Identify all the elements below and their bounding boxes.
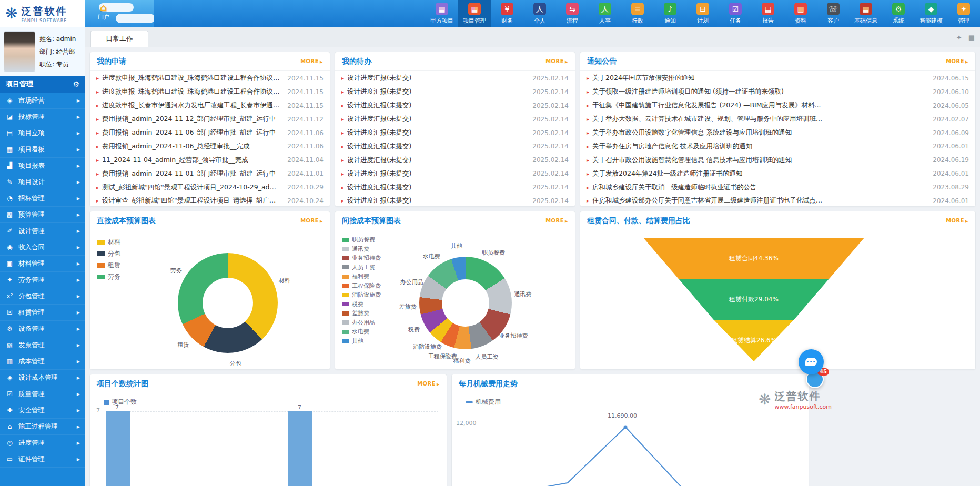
more-link[interactable]: MORE xyxy=(300,58,323,64)
item-text: 关于举办市政公用设施数字化管理信息 系统建设与应用培训班的通知 xyxy=(592,128,927,137)
funnel-segment[interactable]: 租赁付款29.04% xyxy=(643,279,864,320)
list-item[interactable]: ▸设计进度汇报(未提交)2025.02.14 xyxy=(341,139,569,153)
nav-item-1[interactable]: ▦甲方项目 xyxy=(426,0,458,27)
sidebar-item-12[interactable]: ✦劳务管理▶ xyxy=(0,272,85,288)
list-item[interactable]: ▸费用报销_admin_2024-11-12_部门经理审批_胡建_运行中2024… xyxy=(96,113,324,126)
nav-item-13[interactable]: ☏客户 xyxy=(817,0,850,27)
layers-icon: ≡ xyxy=(631,3,644,15)
layout-icon[interactable]: ▤ xyxy=(968,34,975,42)
list-item[interactable]: ▸设计审查_彭祖新城"四馆"景观工程设计项目_请选择_胡广生_2024-10-2… xyxy=(96,194,324,208)
list-item[interactable]: ▸设计进度汇报(未提交)2025.02.14 xyxy=(341,194,569,208)
nav-item-15[interactable]: ⚙系统 xyxy=(882,0,915,27)
sidebar-item-11[interactable]: ▣材料管理▶ xyxy=(0,256,85,272)
more-link[interactable]: MORE xyxy=(300,218,323,224)
nav-item-17[interactable]: ✦管理 xyxy=(947,0,980,27)
portal-tab[interactable]: ⌂ 门户 xyxy=(85,0,154,27)
list-item[interactable]: ▸11_2024-11-04_admin_经营部_领导审批__完成2024.11… xyxy=(96,153,324,167)
list-item[interactable]: ▸关于举办大数据、云计算技术在城市建设、规划、管理与服务中的应用培训班...20… xyxy=(587,113,969,126)
direct-cost-donut-chart[interactable]: 材料分包租赁劳务材料分包租赁劳务 xyxy=(90,230,330,369)
sidebar-item-1[interactable]: ◈市场经营▶ xyxy=(0,93,85,109)
portal-label: 门户 xyxy=(98,13,109,21)
list-item[interactable]: ▸设计进度汇报(未提交)2025.02.14 xyxy=(341,72,569,85)
list-item[interactable]: ▸关于领取一级注册建造师培训项目的通知 (须持一建证书前来领取)2024.06.… xyxy=(587,85,969,99)
list-item[interactable]: ▸进度款申报_珠海鹤港口建设_珠海鹤港口建设工程合作协议书_admin_...2… xyxy=(96,85,324,99)
sidebar-item-7[interactable]: ◔招标管理▶ xyxy=(0,190,85,207)
nav-item-7[interactable]: ≡行政 xyxy=(621,0,654,27)
list-item[interactable]: ▸设计进度汇报(未提交)2025.02.14 xyxy=(341,167,569,180)
nav-item-12[interactable]: ▥资料 xyxy=(784,0,817,27)
list-item[interactable]: ▸关于举办住房与房地产信息化 技术及应用培训班的通知2024.06.01 xyxy=(587,139,969,153)
sidebar-item-10[interactable]: ◉收入合同▶ xyxy=(0,239,85,256)
list-item[interactable]: ▸设计进度汇报(未提交)2025.02.14 xyxy=(341,180,569,194)
list-item[interactable]: ▸设计进度汇报(未提交)2025.02.14 xyxy=(341,126,569,140)
sidebar-item-6[interactable]: ✎项目设计▶ xyxy=(0,174,85,190)
sidebar-item-9[interactable]: ✐设计管理▶ xyxy=(0,223,85,239)
todos-list: ▸设计进度汇报(未提交)2025.02.14▸设计进度汇报(未提交)2025.0… xyxy=(335,71,575,208)
list-item[interactable]: ▸设计进度汇报(未提交)2025.02.14 xyxy=(341,85,569,99)
sidebar-item-13[interactable]: x²分包管理▶ xyxy=(0,288,85,305)
sidebar-item-16[interactable]: ▧发票管理▶ xyxy=(0,337,85,353)
nav-item-11[interactable]: ▤报告 xyxy=(752,0,784,27)
nav-item-10[interactable]: ☑任务 xyxy=(719,0,752,27)
sidebar-item-5[interactable]: ▟项目报表▶ xyxy=(0,158,85,174)
sidebar-item-23[interactable]: ▭证件管理▶ xyxy=(0,451,85,468)
sidebar-item-15[interactable]: ⚙设备管理▶ xyxy=(0,321,85,337)
funnel[interactable]: 租赁合同44.36%租赁付款29.04%租赁结算26.6% xyxy=(643,238,864,361)
list-item[interactable]: ▸设计进度汇报(未提交)2025.02.14 xyxy=(341,99,569,113)
indirect-cost-donut-chart[interactable]: 职员餐费通讯费业务招待费人员工资福利费工程保险费消防设施费税费差旅费办公用品水电… xyxy=(335,230,575,369)
legend-swatch xyxy=(97,240,105,245)
sidebar-item-3[interactable]: ▤项目立项▶ xyxy=(0,125,85,141)
sidebar-item-20[interactable]: ✚安全管理▶ xyxy=(0,402,85,419)
list-item[interactable]: ▸房和城乡建设厅关于取消二级建造师临时执业证书的公告2023.08.29 xyxy=(587,180,969,194)
logo[interactable]: ❋ 泛普软件 FANPU SOFTWARE xyxy=(0,0,85,27)
list-item[interactable]: ▸进度款申报_长春市伊通河水力发电厂改建工程_长春市伊通河水力发电...2024… xyxy=(96,99,324,113)
nav-item-4[interactable]: 人个人 xyxy=(523,0,556,27)
slice-label: 材料 xyxy=(279,277,290,285)
sidebar-item-19[interactable]: ☑质量管理▶ xyxy=(0,386,85,402)
machine-cost-chart[interactable]: 机械费用 12,000 11,690.00 xyxy=(452,393,809,486)
key-icon[interactable]: ✦ xyxy=(956,34,962,42)
project-count-chart[interactable]: 项目个数 7 7 7 xyxy=(90,393,447,486)
sidebar-item-2[interactable]: ◪投标管理▶ xyxy=(0,109,85,125)
list-item[interactable]: ▸住房和城乡建设部办公厅关于同意吉林省开展二级建造师注册证书电子化试点...20… xyxy=(587,194,969,208)
chat-float-button[interactable]: ••• xyxy=(799,349,824,374)
nav-item-9[interactable]: ⊟计划 xyxy=(686,0,719,27)
nav-item-2[interactable]: ▦项目管理 xyxy=(458,0,491,27)
nav-item-6[interactable]: 人人事 xyxy=(589,0,621,27)
more-link[interactable]: MORE xyxy=(545,58,568,64)
list-item[interactable]: ▸费用报销_admin_2024-11-06_总经理审批__完成2024.11.… xyxy=(96,139,324,153)
nav-item-14[interactable]: ▦基础信息 xyxy=(850,0,882,27)
list-item[interactable]: ▸于征集《中国建筑施工行业信息化发展报告 (2024) —BIM应用与发展》材料… xyxy=(587,99,969,113)
nav-item-3[interactable]: ¥财务 xyxy=(491,0,523,27)
list-item[interactable]: ▸测试_彭祖新城"四馆"景观工程设计项目_2024-10-29_admin_结束… xyxy=(96,180,324,194)
funnel-segment[interactable]: 租赁结算26.6% xyxy=(643,320,864,361)
list-item[interactable]: ▸费用报销_admin_2024-11-01_部门经理审批_胡建_运行中2024… xyxy=(96,167,324,180)
sidebar-item-14[interactable]: ☒租赁管理▶ xyxy=(0,305,85,321)
gear-icon[interactable]: ⚙ xyxy=(73,80,79,88)
more-link[interactable]: MORE xyxy=(946,218,968,224)
nav-item-16[interactable]: ◆智能建模 xyxy=(915,0,947,27)
list-item[interactable]: ▸关于发放2024年第24批一级建造师注册证书的通知2024.06.01 xyxy=(587,167,969,180)
list-item[interactable]: ▸设计进度汇报(未提交)2025.02.14 xyxy=(341,153,569,167)
nav-item-5[interactable]: ⇆流程 xyxy=(556,0,589,27)
funnel-segment[interactable]: 租赁合同44.36% xyxy=(643,238,864,279)
more-link[interactable]: MORE xyxy=(545,218,568,224)
item-text: 费用报销_admin_2024-11-06_总经理审批__完成 xyxy=(102,142,282,151)
list-item[interactable]: ▸关于举办市政公用设施数字化管理信息 系统建设与应用培训班的通知2024.06.… xyxy=(587,126,969,140)
watermark-url[interactable]: www.fanpusoft.com xyxy=(774,403,831,410)
list-item[interactable]: ▸费用报销_admin_2024-11-06_部门经理审批_胡建_运行中2024… xyxy=(96,126,324,140)
list-item[interactable]: ▸进度款申报_珠海鹤港口建设_珠海鹤港口建设工程合作协议书_admin_...2… xyxy=(96,72,324,85)
sidebar-item-8[interactable]: ▩预算管理▶ xyxy=(0,207,85,223)
tab-daily-work[interactable]: 日常工作 xyxy=(90,31,148,47)
sidebar-item-18[interactable]: ◈设计成本管理▶ xyxy=(0,370,85,386)
nav-item-8[interactable]: ♪通知 xyxy=(654,0,686,27)
sidebar-item-4[interactable]: ▦项目看板▶ xyxy=(0,141,85,158)
more-link[interactable]: MORE xyxy=(946,58,968,64)
list-item[interactable]: ▸关于召开市政公用设施智慧化管理信息 信息技术与应用培训班的通知2024.06.… xyxy=(587,153,969,167)
list-item[interactable]: ▸关于2024年国庆节放假安排的通知2024.06.15 xyxy=(587,72,969,85)
sidebar-item-17[interactable]: ▥成本管理▶ xyxy=(0,353,85,370)
sidebar-item-21[interactable]: ⌂施工过程管理▶ xyxy=(0,419,85,435)
more-link[interactable]: MORE xyxy=(417,381,440,387)
list-item[interactable]: ▸设计进度汇报(未提交)2025.02.14 xyxy=(341,113,569,126)
sidebar-item-22[interactable]: ◷进度管理▶ xyxy=(0,435,85,451)
